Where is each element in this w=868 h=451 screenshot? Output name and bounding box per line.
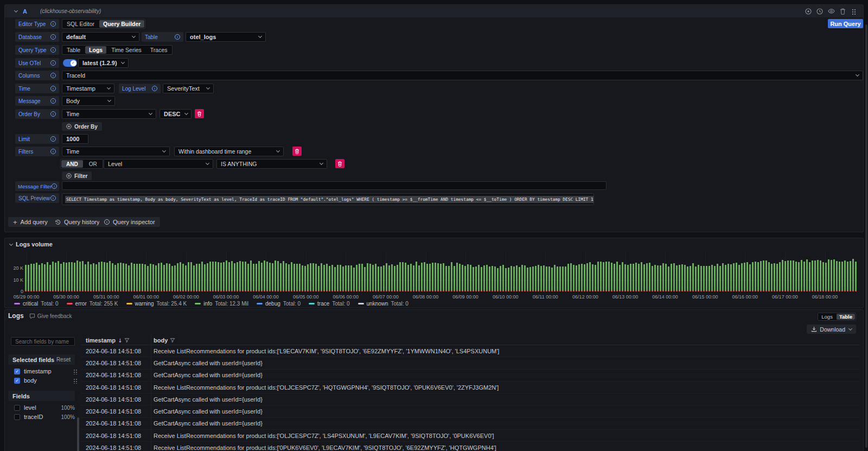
log-table-row[interactable]: 2024-06-18 14:51:08GetCartAsync called w… (81, 370, 860, 382)
info-icon[interactable]: i (50, 21, 56, 27)
query-type-option-traces[interactable]: Traces (146, 46, 171, 54)
column-header-body[interactable]: body (154, 337, 168, 344)
query-type-option-table[interactable]: Table (63, 46, 84, 54)
field-level[interactable]: level100% (14, 404, 75, 411)
database-select[interactable]: default (62, 32, 139, 42)
message-filter-input[interactable] (62, 181, 607, 190)
collapse-chevron-icon[interactable] (14, 9, 18, 12)
info-icon[interactable]: i (175, 34, 180, 40)
filter1-field-select[interactable]: Time (62, 147, 170, 156)
log-level-select[interactable]: SeverityText (163, 84, 214, 93)
remove-filter2-button[interactable] (335, 159, 344, 168)
add-filter-button[interactable]: Filter (62, 171, 92, 180)
selected-field-timestamp[interactable]: ✓timestamp (14, 368, 78, 374)
log-table-row[interactable]: 2024-06-18 14:51:08GetCartAsync called w… (81, 357, 860, 369)
log-table-row[interactable]: 2024-06-18 14:51:08Receive ListRecommend… (81, 345, 860, 357)
download-button[interactable]: Download (807, 325, 856, 334)
run-query-button[interactable]: Run Query (828, 19, 863, 28)
logs-volume-panel: Logs volume 010 K20 K05/29 00:0005/30 00… (4, 238, 864, 308)
chevron-down-icon (121, 60, 125, 64)
filter-icon[interactable] (124, 338, 130, 343)
info-icon[interactable]: i (50, 195, 56, 201)
drag-handle-icon[interactable] (850, 8, 858, 15)
log-body-cell: GetCartAsync called with userId={userId} (151, 372, 263, 378)
legend-item-unknown[interactable]: unknownTotal: 0 (358, 301, 409, 307)
time-column-select[interactable]: Timestamp (62, 84, 114, 93)
legend-item-critical[interactable]: criticalTotal: 0 (14, 301, 59, 307)
sort-desc-icon[interactable]: ↓ (118, 338, 122, 344)
legend-item-warning[interactable]: warningTotal: 25.4 K (126, 301, 187, 307)
column-header-timestamp[interactable]: timestamp (86, 337, 116, 344)
history-icon[interactable] (816, 8, 824, 15)
eye-icon[interactable] (827, 8, 835, 15)
use-otel-toggle[interactable]: ✓ (63, 59, 77, 67)
drag-handle-icon[interactable] (73, 378, 78, 384)
columns-multiselect[interactable]: TraceId (62, 71, 863, 80)
add-query-button[interactable]: +Add query (8, 217, 53, 227)
page-scrollbar[interactable] (865, 24, 867, 448)
logs-view-option-logs[interactable]: Logs (819, 314, 835, 320)
otel-version-select[interactable]: latest (1.2.9) (78, 58, 129, 68)
record-icon[interactable] (805, 8, 812, 15)
filter-join-option-and[interactable]: AND (61, 160, 83, 168)
checkbox-unchecked[interactable] (14, 414, 20, 420)
query-row-header[interactable]: A (clickhouse-observability) (5, 5, 863, 17)
info-icon[interactable]: i (50, 73, 56, 78)
log-table-row[interactable]: 2024-06-18 14:51:08GetCartAsync called w… (81, 405, 860, 417)
checkbox-checked[interactable]: ✓ (14, 369, 20, 374)
editor-type-option-query-builder[interactable]: Query Builder (99, 20, 144, 28)
order-by-field-select[interactable]: Time (62, 109, 156, 119)
columns-label: Columnsi (15, 71, 59, 80)
query-type-option-time-series[interactable]: Time Series (107, 46, 145, 54)
legend-item-error[interactable]: errorTotal: 255 K (67, 301, 118, 307)
drag-handle-icon[interactable] (73, 369, 78, 374)
info-icon[interactable]: i (50, 34, 56, 40)
sidebar-scrollbar[interactable] (77, 417, 79, 451)
add-order-by-button[interactable]: Order By (62, 122, 102, 131)
search-fields-input[interactable]: Search fields by name (11, 337, 75, 346)
filter-join-option-or[interactable]: OR (84, 160, 102, 168)
limit-input[interactable]: 1000 (62, 134, 88, 144)
delete-query-icon[interactable] (839, 8, 846, 15)
logs-view-option-table[interactable]: Table (837, 314, 855, 320)
message-column-select[interactable]: Body (62, 96, 115, 106)
query-inspector-button[interactable]: iQuery inspector (99, 217, 160, 227)
info-icon[interactable]: i (50, 60, 56, 66)
logs-volume-chart[interactable]: 010 K20 K05/29 00:0005/30 00:0005/31 00:… (5, 238, 863, 308)
filter2-field-select[interactable]: Level (104, 159, 213, 169)
query-type-option-logs[interactable]: Logs (85, 46, 106, 54)
info-icon[interactable]: i (52, 183, 57, 189)
selected-field-body[interactable]: ✓body (14, 377, 78, 384)
info-icon[interactable]: i (50, 98, 56, 104)
checkbox-unchecked[interactable] (14, 405, 20, 411)
table-select[interactable]: otel_logs (186, 32, 266, 42)
reset-button[interactable]: Reset (56, 357, 71, 363)
field-traceID[interactable]: traceID100% (14, 414, 75, 420)
log-table-row[interactable]: 2024-06-18 14:51:08Receive ListRecommend… (81, 382, 860, 393)
filter1-operator-select[interactable]: Within dashboard time range (174, 147, 284, 156)
info-icon[interactable]: i (50, 136, 56, 142)
filter-icon[interactable] (170, 338, 175, 343)
info-icon[interactable]: i (50, 149, 56, 154)
legend-item-debug[interactable]: debugTotal: 0 (257, 301, 301, 307)
info-icon[interactable]: i (50, 111, 56, 117)
checkbox-checked[interactable]: ✓ (14, 378, 20, 384)
query-history-button[interactable]: Query history (50, 217, 104, 227)
info-icon[interactable]: i (50, 47, 56, 53)
sql-preview-code[interactable]: SELECT Timestamp as timestamp, Body as b… (62, 193, 594, 205)
log-table-row[interactable]: 2024-06-18 14:51:08GetCartAsync called w… (81, 418, 860, 430)
legend-item-info[interactable]: infoTotal: 12.3 Mil (195, 301, 248, 307)
log-table-row[interactable]: 2024-06-18 14:51:08GetCartAsync called w… (81, 393, 860, 405)
order-by-direction-select[interactable]: DESC (159, 109, 192, 119)
log-table-row[interactable]: 2024-06-18 14:51:08Receive ListRecommend… (81, 442, 860, 451)
info-icon[interactable]: i (50, 86, 56, 91)
editor-type-option-sql-editor[interactable]: SQL Editor (63, 20, 98, 28)
log-table-row[interactable]: 2024-06-18 14:51:08Receive ListRecommend… (81, 430, 860, 442)
legend-item-trace[interactable]: traceTotal: 0 (309, 301, 349, 307)
remove-order-by-button[interactable] (195, 109, 204, 118)
give-feedback-link[interactable]: Give feedback (29, 313, 72, 319)
filter2-operator-select[interactable]: IS ANYTHING (216, 159, 327, 169)
info-icon[interactable]: i (152, 86, 157, 91)
remove-filter1-button[interactable] (292, 147, 302, 156)
x-axis-tick: 06/11 00:00 (526, 294, 564, 300)
